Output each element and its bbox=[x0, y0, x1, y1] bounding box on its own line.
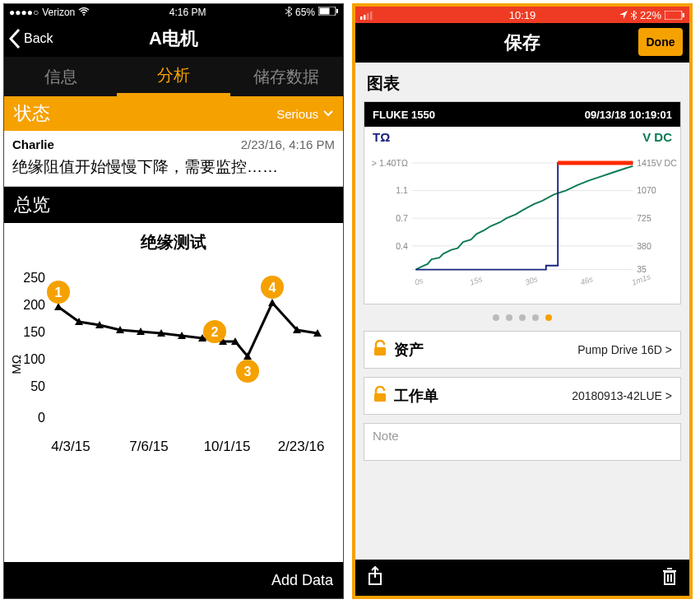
chevron-left-icon bbox=[7, 27, 22, 50]
axis-left-label: TΩ bbox=[373, 130, 390, 144]
note-placeholder: Note bbox=[373, 429, 399, 443]
nav-bar: 保存 Done bbox=[355, 23, 689, 63]
unlock-icon bbox=[373, 386, 387, 406]
overview-chart: 绝缘测试 250 200 150 100 50 0 MΩ bbox=[4, 223, 343, 478]
svg-text:1415V DC: 1415V DC bbox=[637, 158, 677, 168]
page-title: A电机 bbox=[4, 26, 343, 51]
svg-text:7/6/15: 7/6/15 bbox=[129, 439, 168, 454]
svg-text:150: 150 bbox=[23, 325, 45, 339]
bottom-toolbar bbox=[355, 560, 689, 596]
clock: 10:19 bbox=[509, 9, 536, 21]
svg-text:50: 50 bbox=[30, 379, 45, 393]
svg-text:3: 3 bbox=[244, 365, 252, 379]
svg-rect-26 bbox=[370, 12, 373, 20]
signal-icon bbox=[360, 11, 373, 20]
svg-text:30s: 30s bbox=[524, 274, 539, 287]
delete-button[interactable] bbox=[661, 567, 678, 588]
svg-text:0.7: 0.7 bbox=[396, 213, 408, 223]
svg-rect-23 bbox=[360, 16, 363, 20]
post-date: 2/23/16, 4:16 PM bbox=[241, 137, 335, 151]
svg-rect-29 bbox=[683, 13, 684, 17]
phone-right: 10:19 22% 保存 Done 图表 FLUKE 1550 09/13/18… bbox=[352, 3, 693, 599]
chart-timestamp: 09/13/18 10:19:01 bbox=[585, 109, 672, 121]
status-bar: 10:19 22% bbox=[355, 7, 689, 23]
svg-text:0: 0 bbox=[38, 411, 45, 425]
svg-rect-53 bbox=[665, 572, 675, 584]
chart-title: 绝缘测试 bbox=[9, 231, 338, 253]
note-input[interactable]: Note bbox=[364, 423, 681, 461]
page-title: 保存 bbox=[504, 30, 540, 55]
clock: 4:16 PM bbox=[169, 7, 206, 18]
overview-header: 总览 bbox=[4, 187, 343, 223]
signal-dots-icon: ●●●●○ bbox=[9, 7, 39, 18]
post-author: Charlie bbox=[12, 137, 54, 151]
svg-rect-2 bbox=[319, 8, 329, 15]
unlock-icon bbox=[373, 340, 387, 360]
svg-rect-25 bbox=[367, 13, 369, 20]
tab-bar: 信息 分析 储存数据 bbox=[4, 57, 343, 96]
chart-card: FLUKE 1550 09/13/18 10:19:01 TΩ V DC bbox=[364, 101, 681, 304]
svg-rect-51 bbox=[374, 393, 386, 402]
status-bar: ●●●●○ Verizon 4:16 PM 65% bbox=[4, 4, 343, 21]
svg-text:2: 2 bbox=[211, 325, 219, 339]
svg-text:10/1/15: 10/1/15 bbox=[204, 439, 251, 454]
svg-text:1: 1 bbox=[55, 286, 63, 300]
tab-info[interactable]: 信息 bbox=[4, 57, 117, 96]
bluetooth-icon bbox=[285, 7, 292, 19]
svg-rect-50 bbox=[374, 347, 386, 355]
svg-rect-24 bbox=[364, 15, 366, 20]
status-label: 状态 bbox=[14, 101, 50, 126]
svg-text:46s: 46s bbox=[579, 274, 594, 287]
status-section-header[interactable]: 状态 Serious bbox=[4, 96, 343, 131]
tab-stored[interactable]: 储存数据 bbox=[230, 57, 343, 96]
done-button[interactable]: Done bbox=[638, 28, 683, 56]
row-value: 20180913-42LUE > bbox=[572, 389, 672, 402]
bluetooth-icon bbox=[631, 11, 637, 20]
battery-pct: 65% bbox=[295, 7, 315, 18]
svg-text:15s: 15s bbox=[469, 274, 484, 287]
battery-pct: 22% bbox=[640, 9, 661, 21]
post-body: 绝缘阻值开始慢慢下降，需要监控…… bbox=[12, 156, 335, 178]
svg-text:0.4: 0.4 bbox=[396, 241, 408, 251]
chevron-down-icon bbox=[323, 110, 333, 117]
location-icon bbox=[619, 11, 628, 19]
back-label: Back bbox=[24, 31, 53, 46]
row-value: Pump Drive 16D > bbox=[577, 343, 672, 356]
svg-text:1m1s: 1m1s bbox=[630, 272, 651, 286]
share-button[interactable] bbox=[367, 566, 383, 589]
add-data-label: Add Data bbox=[271, 572, 333, 589]
svg-text:200: 200 bbox=[23, 298, 45, 312]
chart-device: FLUKE 1550 bbox=[373, 109, 435, 121]
svg-text:4: 4 bbox=[269, 281, 276, 295]
svg-text:1.1: 1.1 bbox=[396, 185, 408, 195]
wifi-icon bbox=[78, 7, 90, 18]
svg-text:0s: 0s bbox=[413, 276, 424, 287]
svg-text:4/3/15: 4/3/15 bbox=[51, 439, 90, 454]
back-button[interactable]: Back bbox=[4, 27, 53, 50]
svg-text:> 1.40TΩ: > 1.40TΩ bbox=[372, 158, 408, 168]
battery-icon bbox=[318, 7, 338, 18]
page-indicator[interactable] bbox=[364, 314, 681, 321]
row-label: 资产 bbox=[394, 340, 424, 360]
tab-analysis[interactable]: 分析 bbox=[117, 57, 229, 96]
svg-rect-28 bbox=[666, 12, 670, 18]
add-data-button[interactable]: Add Data bbox=[4, 562, 343, 598]
nav-bar: Back A电机 bbox=[4, 21, 343, 57]
chart-svg: 250 200 150 100 50 0 MΩ bbox=[9, 253, 338, 476]
svg-text:250: 250 bbox=[23, 271, 45, 285]
phone-left: ●●●●○ Verizon 4:16 PM 65% Back bbox=[3, 3, 344, 599]
svg-point-0 bbox=[83, 14, 85, 16]
svg-text:380: 380 bbox=[637, 241, 651, 251]
chart-svg: > 1.40TΩ 1.1 0.7 0.4 1415V DC 1070 725 3… bbox=[364, 144, 680, 300]
asset-row[interactable]: 资产 Pump Drive 16D > bbox=[364, 331, 681, 369]
row-label: 工作单 bbox=[394, 386, 438, 406]
svg-rect-3 bbox=[336, 9, 338, 13]
axis-right-label: V DC bbox=[642, 130, 672, 144]
svg-text:2/23/16: 2/23/16 bbox=[278, 439, 325, 454]
svg-text:1070: 1070 bbox=[637, 185, 656, 195]
workorder-row[interactable]: 工作单 20180913-42LUE > bbox=[364, 377, 681, 415]
carrier: Verizon bbox=[42, 7, 75, 18]
svg-text:MΩ: MΩ bbox=[9, 355, 23, 374]
status-post: Charlie 2/23/16, 4:16 PM 绝缘阻值开始慢慢下降，需要监控… bbox=[4, 131, 343, 187]
battery-icon bbox=[665, 11, 684, 20]
